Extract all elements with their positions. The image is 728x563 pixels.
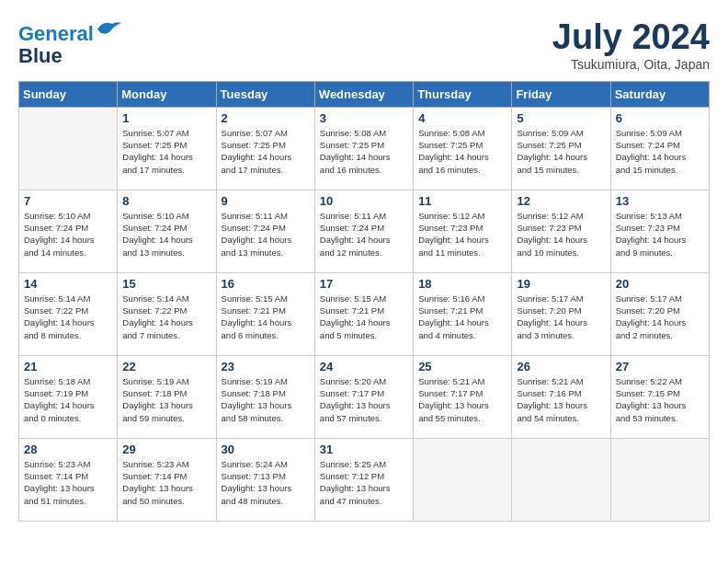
day-number: 5 [517,111,605,125]
calendar-cell: 6Sunrise: 5:09 AM Sunset: 7:24 PM Daylig… [610,107,709,190]
calendar-cell: 28Sunrise: 5:23 AM Sunset: 7:14 PM Dayli… [19,438,118,521]
calendar-cell: 22Sunrise: 5:19 AM Sunset: 7:18 PM Dayli… [118,355,216,438]
logo-text: GeneralBlue [18,18,123,67]
day-number: 17 [320,277,408,291]
day-info: Sunrise: 5:10 AM Sunset: 7:24 PM Dayligh… [24,210,112,259]
day-info: Sunrise: 5:25 AM Sunset: 7:12 PM Dayligh… [320,458,408,507]
day-number: 19 [517,277,605,291]
logo: GeneralBlue [18,18,123,67]
calendar-cell: 1Sunrise: 5:07 AM Sunset: 7:25 PM Daylig… [118,107,216,190]
weekday-header-row: SundayMondayTuesdayWednesdayThursdayFrid… [19,81,710,107]
day-info: Sunrise: 5:18 AM Sunset: 7:19 PM Dayligh… [24,375,112,424]
day-number: 6 [616,111,704,125]
calendar-cell: 9Sunrise: 5:11 AM Sunset: 7:24 PM Daylig… [216,190,314,272]
header: GeneralBlue July 2024 Tsukumiura, Oita, … [18,18,710,72]
calendar-cell: 30Sunrise: 5:24 AM Sunset: 7:13 PM Dayli… [216,438,314,521]
calendar-cell: 21Sunrise: 5:18 AM Sunset: 7:19 PM Dayli… [19,355,118,438]
calendar-cell: 13Sunrise: 5:13 AM Sunset: 7:23 PM Dayli… [610,190,709,272]
day-number: 20 [616,277,704,291]
day-info: Sunrise: 5:23 AM Sunset: 7:14 PM Dayligh… [24,458,112,507]
calendar-cell: 15Sunrise: 5:14 AM Sunset: 7:22 PM Dayli… [118,272,216,355]
day-number: 26 [517,360,605,373]
day-number: 21 [24,360,112,373]
day-info: Sunrise: 5:14 AM Sunset: 7:22 PM Dayligh… [122,293,210,341]
calendar-body: 1Sunrise: 5:07 AM Sunset: 7:25 PM Daylig… [19,107,710,521]
week-row-1: 1Sunrise: 5:07 AM Sunset: 7:25 PM Daylig… [19,107,710,190]
day-number: 7 [24,194,112,208]
calendar-title: July 2024 [552,18,710,57]
day-info: Sunrise: 5:08 AM Sunset: 7:25 PM Dayligh… [418,127,506,176]
day-number: 22 [122,360,210,373]
day-number: 4 [418,111,506,125]
day-info: Sunrise: 5:10 AM Sunset: 7:24 PM Dayligh… [122,210,210,259]
calendar-cell: 25Sunrise: 5:21 AM Sunset: 7:17 PM Dayli… [414,355,512,438]
day-number: 28 [24,442,112,456]
day-number: 30 [222,442,310,456]
calendar-cell [610,438,709,521]
day-number: 25 [418,360,506,373]
day-info: Sunrise: 5:17 AM Sunset: 7:20 PM Dayligh… [517,293,605,341]
weekday-monday: Monday [118,81,216,107]
calendar-cell [512,438,610,521]
day-number: 8 [122,194,210,208]
calendar-cell: 19Sunrise: 5:17 AM Sunset: 7:20 PM Dayli… [512,272,610,355]
calendar-cell: 8Sunrise: 5:10 AM Sunset: 7:24 PM Daylig… [118,190,216,272]
weekday-friday: Friday [512,81,610,107]
calendar-cell: 18Sunrise: 5:16 AM Sunset: 7:21 PM Dayli… [414,272,512,355]
day-number: 23 [222,360,310,373]
day-info: Sunrise: 5:07 AM Sunset: 7:25 PM Dayligh… [222,127,310,176]
calendar-cell: 31Sunrise: 5:25 AM Sunset: 7:12 PM Dayli… [314,438,413,521]
day-number: 16 [222,277,310,291]
calendar-cell: 7Sunrise: 5:10 AM Sunset: 7:24 PM Daylig… [19,190,118,272]
title-section: July 2024 Tsukumiura, Oita, Japan [552,18,710,72]
day-info: Sunrise: 5:12 AM Sunset: 7:23 PM Dayligh… [418,210,506,259]
calendar-cell: 17Sunrise: 5:15 AM Sunset: 7:21 PM Dayli… [314,272,413,355]
day-info: Sunrise: 5:24 AM Sunset: 7:13 PM Dayligh… [222,458,310,507]
day-info: Sunrise: 5:14 AM Sunset: 7:22 PM Dayligh… [24,293,112,341]
day-number: 24 [320,360,408,373]
calendar-cell: 14Sunrise: 5:14 AM Sunset: 7:22 PM Dayli… [19,272,118,355]
weekday-tuesday: Tuesday [216,81,314,107]
week-row-4: 21Sunrise: 5:18 AM Sunset: 7:19 PM Dayli… [19,355,710,438]
day-number: 27 [616,360,704,373]
day-info: Sunrise: 5:08 AM Sunset: 7:25 PM Dayligh… [320,127,408,176]
day-number: 29 [122,442,210,456]
day-info: Sunrise: 5:17 AM Sunset: 7:20 PM Dayligh… [616,293,704,341]
week-row-2: 7Sunrise: 5:10 AM Sunset: 7:24 PM Daylig… [19,190,710,272]
calendar-table: SundayMondayTuesdayWednesdayThursdayFrid… [18,81,710,522]
calendar-cell [414,438,512,521]
calendar-cell: 16Sunrise: 5:15 AM Sunset: 7:21 PM Dayli… [216,272,314,355]
weekday-sunday: Sunday [19,81,118,107]
day-info: Sunrise: 5:12 AM Sunset: 7:23 PM Dayligh… [517,210,605,259]
calendar-cell: 5Sunrise: 5:09 AM Sunset: 7:25 PM Daylig… [512,107,610,190]
weekday-wednesday: Wednesday [314,81,413,107]
calendar-cell: 24Sunrise: 5:20 AM Sunset: 7:17 PM Dayli… [314,355,413,438]
day-info: Sunrise: 5:20 AM Sunset: 7:17 PM Dayligh… [320,375,408,424]
day-number: 1 [122,111,210,125]
calendar-cell: 3Sunrise: 5:08 AM Sunset: 7:25 PM Daylig… [314,107,413,190]
calendar-cell: 29Sunrise: 5:23 AM Sunset: 7:14 PM Dayli… [118,438,216,521]
day-info: Sunrise: 5:21 AM Sunset: 7:16 PM Dayligh… [517,375,605,424]
day-info: Sunrise: 5:09 AM Sunset: 7:24 PM Dayligh… [616,127,704,176]
calendar-subtitle: Tsukumiura, Oita, Japan [552,57,710,72]
calendar-cell: 20Sunrise: 5:17 AM Sunset: 7:20 PM Dayli… [610,272,709,355]
day-number: 2 [222,111,310,125]
day-info: Sunrise: 5:22 AM Sunset: 7:15 PM Dayligh… [616,375,704,424]
day-number: 11 [418,194,506,208]
calendar-cell: 26Sunrise: 5:21 AM Sunset: 7:16 PM Dayli… [512,355,610,438]
day-info: Sunrise: 5:19 AM Sunset: 7:18 PM Dayligh… [222,375,310,424]
day-info: Sunrise: 5:23 AM Sunset: 7:14 PM Dayligh… [122,458,210,507]
calendar-cell: 2Sunrise: 5:07 AM Sunset: 7:25 PM Daylig… [216,107,314,190]
calendar-cell: 12Sunrise: 5:12 AM Sunset: 7:23 PM Dayli… [512,190,610,272]
calendar-cell: 11Sunrise: 5:12 AM Sunset: 7:23 PM Dayli… [414,190,512,272]
day-number: 10 [320,194,408,208]
day-info: Sunrise: 5:11 AM Sunset: 7:24 PM Dayligh… [320,210,408,259]
calendar-cell [19,107,118,190]
day-number: 9 [222,194,310,208]
day-number: 15 [122,277,210,291]
day-info: Sunrise: 5:16 AM Sunset: 7:21 PM Dayligh… [418,293,506,341]
day-number: 12 [517,194,605,208]
day-number: 31 [320,442,408,456]
day-info: Sunrise: 5:13 AM Sunset: 7:23 PM Dayligh… [616,210,704,259]
day-info: Sunrise: 5:07 AM Sunset: 7:25 PM Dayligh… [122,127,210,176]
